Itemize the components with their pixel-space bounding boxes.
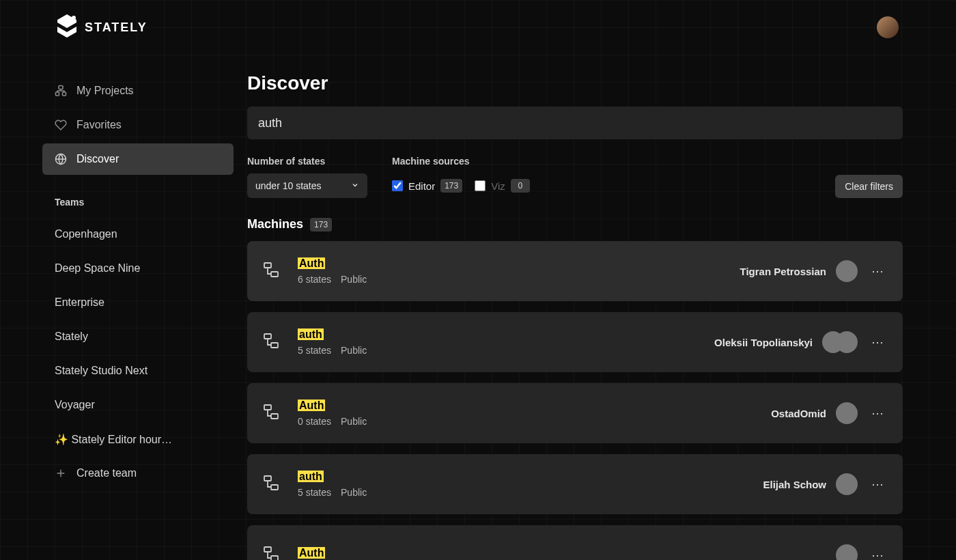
svg-rect-11 [264, 476, 271, 481]
main: Discover Number of states under 10 state… [234, 55, 956, 560]
machine-icon [262, 260, 285, 282]
result-card[interactable]: Auth⋯ [247, 525, 903, 560]
result-meta: 5 statesPublic [298, 345, 367, 356]
source-label: Viz [491, 180, 505, 192]
result-title: Auth [298, 547, 325, 559]
result-meta: 0 statesPublic [298, 416, 367, 427]
machine-icon [262, 544, 285, 560]
result-body: auth5 statesPublic [298, 328, 367, 356]
result-body: Auth0 statesPublic [298, 400, 367, 427]
team-item[interactable]: ✨ Stately Editor hour… [42, 423, 234, 455]
machines-title: Machines [247, 217, 303, 232]
result-visibility: Public [341, 416, 367, 427]
result-body: auth5 statesPublic [298, 471, 367, 498]
nav-discover[interactable]: Discover [42, 143, 234, 175]
plus-icon [55, 467, 67, 479]
states-select[interactable]: under 10 states [247, 173, 367, 198]
result-states: 0 states [298, 416, 331, 427]
topbar: STATELY [0, 0, 956, 55]
avatar-stack [836, 473, 858, 495]
more-icon[interactable]: ⋯ [867, 477, 888, 492]
nav-favorites[interactable]: Favorites [42, 109, 234, 141]
machines-count: 173 [310, 218, 332, 232]
result-author: Oleksii Topolianskyi [714, 337, 813, 348]
svg-rect-1 [59, 86, 63, 89]
result-card[interactable]: auth5 statesPublicElijah Schow⋯ [247, 454, 903, 514]
team-item[interactable]: Copenhagen [42, 219, 234, 250]
team-item[interactable]: Stately Studio Next [42, 355, 234, 387]
logo-icon [57, 14, 76, 40]
svg-rect-2 [56, 92, 59, 96]
svg-rect-12 [271, 485, 278, 490]
result-states: 5 states [298, 345, 331, 356]
filters: Number of states under 10 states Machine… [247, 156, 903, 198]
globe-icon [55, 153, 67, 165]
chevron-down-icon [351, 180, 359, 191]
source-count: 173 [440, 179, 462, 193]
avatar-stack [836, 402, 858, 424]
result-right: Elijah Schow⋯ [763, 473, 888, 495]
nav-label: Favorites [76, 119, 122, 131]
source-editor[interactable]: Editor 173 [392, 179, 462, 193]
result-author: Tigran Petrossian [740, 266, 826, 277]
more-icon[interactable]: ⋯ [867, 548, 888, 560]
result-title: auth [298, 328, 367, 341]
result-visibility: Public [341, 487, 367, 498]
svg-point-0 [72, 16, 76, 20]
svg-rect-7 [264, 334, 271, 339]
result-right: Tigran Petrossian⋯ [740, 260, 888, 282]
brand-name: STATELY [85, 20, 147, 35]
account-avatar[interactable] [877, 16, 899, 38]
source-viz-checkbox[interactable] [475, 180, 486, 191]
svg-rect-6 [271, 272, 278, 277]
team-item[interactable]: Enterprise [42, 287, 234, 318]
create-team[interactable]: Create team [42, 458, 234, 489]
more-icon[interactable]: ⋯ [867, 335, 888, 350]
machine-icon [262, 402, 285, 424]
result-meta: 6 statesPublic [298, 274, 367, 285]
result-card[interactable]: Auth0 statesPublicOstadOmid⋯ [247, 383, 903, 443]
source-editor-checkbox[interactable] [392, 180, 403, 191]
avatar-stack [836, 260, 858, 282]
result-states: 6 states [298, 274, 331, 285]
result-right: Oleksii Topolianskyi⋯ [714, 331, 888, 353]
source-count: 0 [511, 179, 530, 193]
machine-icon [262, 473, 285, 495]
author-avatar [836, 260, 858, 282]
svg-rect-13 [264, 547, 271, 552]
machines-heading: Machines 173 [247, 217, 903, 232]
author-avatar [836, 473, 858, 495]
result-author: Elijah Schow [763, 479, 826, 490]
avatar-stack [822, 331, 858, 353]
result-visibility: Public [341, 345, 367, 356]
team-item[interactable]: Stately [42, 321, 234, 352]
team-item[interactable]: Deep Space Nine [42, 253, 234, 284]
nav-my-projects[interactable]: My Projects [42, 75, 234, 107]
result-card[interactable]: Auth6 statesPublicTigran Petrossian⋯ [247, 241, 903, 301]
svg-rect-3 [63, 92, 66, 96]
results-list: Auth6 statesPublicTigran Petrossian⋯ aut… [247, 241, 903, 560]
author-avatar [836, 331, 858, 353]
source-viz[interactable]: Viz 0 [475, 179, 530, 193]
team-item[interactable]: Voyager [42, 389, 234, 421]
search-input[interactable] [247, 107, 903, 139]
result-right: OstadOmid⋯ [771, 402, 888, 424]
result-right: ⋯ [826, 544, 888, 560]
filter-machine-sources: Machine sources Editor 173 Viz 0 [392, 156, 530, 198]
source-label: Editor [408, 180, 435, 192]
sidebar: My Projects Favorites Discover Teams Cop… [42, 55, 234, 560]
projects-icon [55, 85, 67, 97]
result-title: Auth [298, 400, 367, 412]
brand[interactable]: STATELY [57, 14, 147, 40]
teams-heading: Teams [42, 178, 234, 216]
more-icon[interactable]: ⋯ [867, 406, 888, 421]
svg-rect-5 [264, 263, 271, 268]
clear-filters-button[interactable]: Clear filters [835, 175, 903, 198]
machine-icon [262, 331, 285, 353]
result-body: Auth [298, 547, 325, 560]
result-card[interactable]: auth5 statesPublicOleksii Topolianskyi⋯ [247, 312, 903, 372]
more-icon[interactable]: ⋯ [867, 264, 888, 279]
nav-label: My Projects [76, 85, 134, 97]
filter-label: Machine sources [392, 156, 530, 167]
page-title: Discover [247, 72, 903, 94]
